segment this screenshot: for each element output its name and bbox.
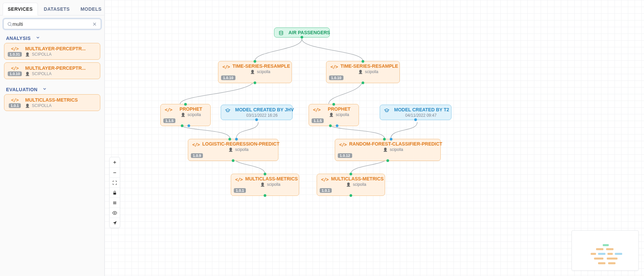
locate-button[interactable] (110, 218, 120, 228)
service-author: SCIPOLLA (25, 71, 97, 76)
node-multiclass-metrics-2[interactable]: </> MULTICLASS-METRICS scipolla 1.0.1 (317, 174, 385, 196)
svg-point-4 (279, 31, 283, 32)
node-meta: 03/11/2022 16:26 (235, 113, 289, 118)
node-author: scipolla (331, 182, 381, 187)
list-analysis: </> MULTILAYER-PERCEPTR... 1.0.31 SCIPOL… (0, 43, 104, 79)
node-title: MODEL CREATED BY JHV (235, 107, 289, 112)
port-out[interactable] (350, 194, 352, 197)
service-author: SCIPOLLA (25, 52, 97, 57)
user-icon (383, 147, 388, 152)
node-version: 1.0.1 (234, 188, 246, 193)
node-prophet-1[interactable]: </> PROPHET scipolla 1.1.5 (160, 104, 211, 126)
node-author: scipolla (340, 69, 396, 74)
port-out[interactable] (386, 159, 389, 162)
user-icon (25, 52, 30, 57)
search-input[interactable] (12, 21, 92, 27)
port-in[interactable] (383, 138, 386, 141)
node-multiclass-metrics-1[interactable]: </> MULTICLASS-METRICS scipolla 1.0.1 (231, 174, 299, 196)
tab-models[interactable]: MODELS (76, 3, 106, 15)
search-icon (7, 21, 12, 27)
database-icon (278, 31, 284, 37)
port-out[interactable] (329, 124, 332, 127)
node-author: scipolla (349, 147, 437, 152)
port-out[interactable] (255, 118, 258, 121)
visibility-button[interactable] (110, 208, 120, 218)
node-logistic-regression-predict[interactable]: </> LOGISTIC-REGRESSION-PREDICT scipolla… (188, 139, 278, 161)
port-in-model[interactable] (390, 138, 392, 141)
service-card[interactable]: </> MULTICLASS-METRICS 1.0.1 SCIPOLLA (4, 94, 100, 111)
node-prophet-2[interactable]: </> PROPHET scipolla 1.1.5 (309, 104, 359, 126)
node-ts-resample-1[interactable]: </> TIME-SERIES-RESAMPLE scipolla 1.0.10 (218, 61, 292, 83)
canvas-toolbar (109, 157, 120, 228)
svg-line-1 (11, 25, 12, 26)
user-icon (25, 71, 30, 76)
port-out[interactable] (362, 81, 364, 84)
port-in[interactable] (332, 103, 335, 106)
sidebar-tabs: SERVICES DATASETS MODELS (0, 0, 104, 15)
port-out-model[interactable] (187, 124, 190, 127)
node-model-t2[interactable]: MODEL CREATED BY T2 04/11/2022 09:47 (380, 105, 451, 120)
port-out[interactable] (181, 124, 183, 127)
service-version: 1.0.10 (8, 71, 22, 76)
port-in[interactable] (362, 60, 364, 63)
service-card[interactable]: </> MULTILAYER-PERCEPTR... 1.0.31 SCIPOL… (4, 43, 100, 60)
section-analysis[interactable]: ANALYSIS (0, 33, 104, 43)
node-title: TIME-SERIES-RESAMPLE (232, 63, 288, 69)
node-version: 1.1.5 (312, 118, 324, 123)
clear-search-icon[interactable] (92, 21, 97, 27)
node-ts-resample-2[interactable]: </> TIME-SERIES-RESAMPLE scipolla 1.0.10 (326, 61, 400, 83)
port-in[interactable] (228, 138, 231, 141)
graduation-cap-icon (384, 108, 389, 114)
node-air-passengers[interactable]: AIR PASSENGERS (274, 27, 330, 38)
code-icon: </> (192, 142, 200, 147)
node-version: 1.1.5 (163, 118, 175, 123)
port-in[interactable] (184, 103, 187, 106)
lock-button[interactable] (110, 187, 120, 198)
tab-datasets[interactable]: DATASETS (39, 3, 74, 15)
port-out[interactable] (414, 118, 417, 121)
list-button[interactable] (110, 198, 120, 208)
user-icon (260, 182, 265, 187)
code-icon: </> (222, 64, 230, 69)
port-out[interactable] (232, 159, 234, 162)
node-meta: 04/11/2022 09:47 (394, 113, 448, 118)
port-out[interactable] (264, 194, 266, 197)
service-title: MULTILAYER-PERCEPTR... (25, 65, 97, 71)
port-in[interactable] (264, 173, 266, 175)
port-out[interactable] (254, 81, 256, 84)
node-title: MULTICLASS-METRICS (245, 176, 296, 181)
section-analysis-label: ANALYSIS (6, 36, 31, 41)
node-title: LOGISTIC-REGRESSION-PREDICT (202, 141, 275, 147)
port-out-model[interactable] (336, 124, 338, 127)
node-version: 1.0.12 (338, 153, 352, 158)
tab-services[interactable]: SERVICES (3, 3, 38, 15)
port-out[interactable] (301, 36, 303, 39)
zoom-in-button[interactable] (110, 157, 120, 167)
user-icon (228, 147, 233, 152)
node-version: 1.0.10 (221, 75, 235, 80)
service-card[interactable]: </> MULTILAYER-PERCEPTR... 1.0.10 SCIPOL… (4, 62, 100, 79)
service-author: SCIPOLLA (25, 103, 97, 108)
chevron-down-icon (36, 35, 40, 41)
port-in[interactable] (254, 60, 256, 63)
port-in[interactable] (350, 173, 352, 175)
node-title: PROPHET (175, 106, 207, 112)
user-icon (250, 69, 255, 74)
minimap[interactable] (572, 230, 639, 271)
node-title: TIME-SERIES-RESAMPLE (340, 63, 396, 69)
user-icon (329, 112, 334, 117)
node-title: MODEL CREATED BY T2 (394, 107, 448, 112)
user-icon (346, 182, 351, 187)
code-icon: </> (235, 177, 243, 182)
section-evaluation[interactable]: EVALUATION (0, 84, 104, 94)
node-random-forest-predict[interactable]: </> RANDOM-FOREST-CLASSIFIER-PREDICT sci… (335, 139, 441, 161)
chevron-down-icon (42, 87, 47, 92)
port-in-model[interactable] (235, 138, 238, 141)
workflow-canvas[interactable]: AIR PASSENGERS </> TIME-SERIES-RESAMPLE … (105, 0, 644, 276)
zoom-out-button[interactable] (110, 167, 120, 177)
service-version: 1.0.1 (9, 103, 21, 108)
node-version: 1.0.10 (329, 75, 343, 80)
fit-screen-button[interactable] (110, 177, 120, 187)
sidebar: SERVICES DATASETS MODELS ANALYSIS </> MU… (0, 0, 105, 276)
node-model-jhv[interactable]: MODEL CREATED BY JHV 03/11/2022 16:26 (221, 105, 292, 120)
